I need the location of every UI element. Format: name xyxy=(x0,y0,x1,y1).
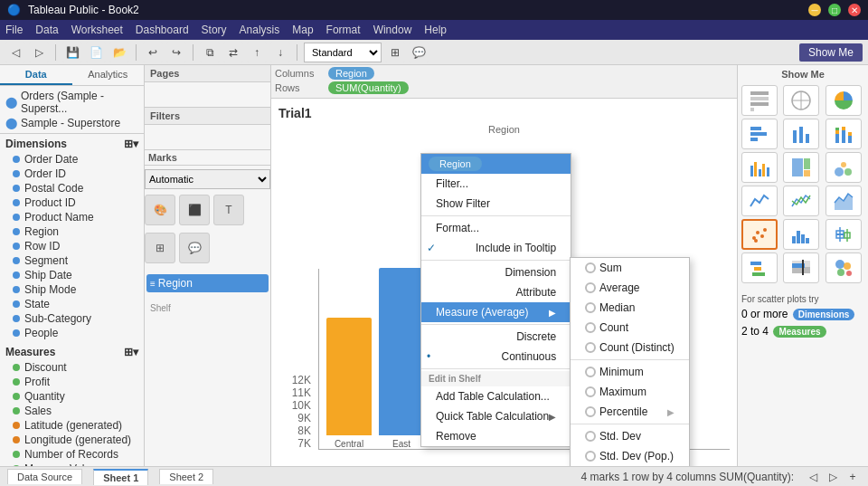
cm-format[interactable]: Format... xyxy=(421,218,571,238)
sm-treemap[interactable] xyxy=(783,152,819,183)
sm-line[interactable] xyxy=(741,186,778,216)
sm-circle-views[interactable] xyxy=(826,152,862,183)
sm-hbar[interactable] xyxy=(741,119,778,149)
measure-values[interactable]: Measure Values xyxy=(0,462,144,466)
measures-expand[interactable]: ⊞▾ xyxy=(124,346,138,358)
cm-include-tooltip[interactable]: ✓ Include in Tooltip xyxy=(421,238,571,258)
prev-page-btn[interactable]: ◁ xyxy=(805,469,821,485)
dimensions-expand[interactable]: ⊞▾ xyxy=(124,138,138,150)
dimension-state[interactable]: State xyxy=(0,297,144,311)
sm-histogram[interactable] xyxy=(783,219,819,250)
add-sheet-btn[interactable]: + xyxy=(844,469,861,485)
sheet1-tab[interactable]: Sheet 1 xyxy=(93,469,148,485)
sm-stacked-bar[interactable] xyxy=(826,119,862,149)
menu-worksheet[interactable]: Worksheet xyxy=(71,24,123,36)
sm-side-by-side[interactable] xyxy=(741,152,778,183)
cm-continuous[interactable]: • Continuous xyxy=(421,347,571,367)
datasource-tab[interactable]: Data Source xyxy=(7,469,82,484)
dimension-postal-code[interactable]: Postal Code xyxy=(0,181,144,195)
dimension-people[interactable]: People xyxy=(0,326,144,340)
sm-area[interactable] xyxy=(826,186,862,216)
sm-count-distinct[interactable]: Count (Distinct) xyxy=(571,338,689,357)
marks-tooltip-btn[interactable]: 💬 xyxy=(179,233,210,263)
sm-percentile[interactable]: Percentile ▶ xyxy=(571,402,689,422)
sm-gantt[interactable] xyxy=(741,253,778,283)
sm-average[interactable]: Average xyxy=(571,278,689,298)
undo-button[interactable]: ↩ xyxy=(143,43,163,62)
bar-central-rect[interactable] xyxy=(326,318,372,435)
sort-desc-button[interactable]: ↓ xyxy=(270,43,290,62)
marks-region-field[interactable]: ≡ Region xyxy=(146,274,269,292)
measure-profit[interactable]: Profit xyxy=(0,375,144,389)
maximize-button[interactable]: □ xyxy=(828,4,841,16)
redo-button[interactable]: ↪ xyxy=(166,43,186,62)
cm-discrete[interactable]: Discrete xyxy=(421,327,571,347)
measure-lon[interactable]: Longitude (generated) xyxy=(0,433,144,447)
cm-add-table-calc[interactable]: Add Table Calculation... xyxy=(421,386,571,406)
measure-lat[interactable]: Latitude (generated) xyxy=(0,418,144,433)
tab-data[interactable]: Data xyxy=(0,65,72,85)
cm-attribute[interactable]: Attribute xyxy=(421,282,571,302)
open-button[interactable]: 📂 xyxy=(109,43,129,62)
sm-median[interactable]: Median xyxy=(571,298,689,318)
menu-story[interactable]: Story xyxy=(202,24,227,36)
source-superstore[interactable]: ⬤ Sample - Superstore xyxy=(5,117,138,129)
dimension-row-id[interactable]: Row ID xyxy=(0,239,144,253)
marks-type-select[interactable]: Automatic Bar Line Area Circle Shape Tex… xyxy=(145,169,270,189)
menu-dashboard[interactable]: Dashboard xyxy=(136,24,189,36)
sm-scatter[interactable] xyxy=(741,219,778,250)
dimension-ship-mode[interactable]: Ship Mode xyxy=(0,282,144,297)
menu-data[interactable]: Data xyxy=(35,24,58,36)
dimension-product-id[interactable]: Product ID xyxy=(0,195,144,210)
tab-analytics[interactable]: Analytics xyxy=(72,65,145,85)
duplicate-button[interactable]: ⧉ xyxy=(200,43,220,62)
marks-color-btn[interactable]: 🎨 xyxy=(145,195,175,225)
sm-dual-line[interactable] xyxy=(783,186,819,216)
sm-maps[interactable] xyxy=(783,85,819,116)
bar-east-rect[interactable] xyxy=(379,268,424,435)
menu-map[interactable]: Map xyxy=(292,24,313,36)
menu-help[interactable]: Help xyxy=(424,24,447,36)
sm-sum[interactable]: Sum xyxy=(571,258,689,278)
show-me-button[interactable]: Show Me xyxy=(799,43,863,62)
viz-size-select[interactable]: Standard Fit Width Fit Height Entire Vie… xyxy=(304,43,382,62)
sm-stddev[interactable]: Std. Dev xyxy=(571,426,689,446)
dimension-product-name[interactable]: Product Name xyxy=(0,210,144,224)
tooltip-button[interactable]: 💬 xyxy=(409,43,429,62)
back-button[interactable]: ◁ xyxy=(5,43,25,62)
menu-analysis[interactable]: Analysis xyxy=(240,24,280,36)
measure-records[interactable]: Number of Records xyxy=(0,447,144,462)
cm-dimension[interactable]: Dimension xyxy=(421,262,571,282)
marks-label-btn[interactable]: T xyxy=(213,195,244,225)
marks-detail-btn[interactable]: ⊞ xyxy=(145,233,175,263)
sm-pie[interactable] xyxy=(826,85,862,116)
menu-window[interactable]: Window xyxy=(373,24,412,36)
measure-sales[interactable]: Sales xyxy=(0,404,144,418)
fix-axes-button[interactable]: ⊞ xyxy=(385,43,405,62)
dimension-sub-category[interactable]: Sub-Category xyxy=(0,311,144,326)
sm-stddev-pop[interactable]: Std. Dev (Pop.) xyxy=(571,446,689,466)
rows-pill[interactable]: SUM(Quantity) xyxy=(328,81,409,94)
sm-minimum[interactable]: Minimum xyxy=(571,362,689,382)
save-button[interactable]: 💾 xyxy=(62,43,82,62)
cm-filter[interactable]: Filter... xyxy=(421,174,571,194)
sheet2-tab[interactable]: Sheet 2 xyxy=(159,469,213,484)
forward-button[interactable]: ▷ xyxy=(29,43,49,62)
minimize-button[interactable]: ─ xyxy=(808,4,821,16)
next-page-btn[interactable]: ▷ xyxy=(825,469,841,485)
sm-packed-bubbles[interactable] xyxy=(826,253,862,283)
measure-discount[interactable]: Discount xyxy=(0,360,144,375)
sm-maximum[interactable]: Maximum xyxy=(571,382,689,402)
dimension-segment[interactable]: Segment xyxy=(0,253,144,268)
source-orders[interactable]: ⬤ Orders (Sample - Superst... xyxy=(5,90,138,115)
marks-size-btn[interactable]: ⬛ xyxy=(179,195,210,225)
cm-quick-table-calc[interactable]: Quick Table Calculation ▶ xyxy=(421,406,571,426)
cm-measure-avg[interactable]: Measure (Average) ▶ xyxy=(421,302,571,322)
sm-vbar[interactable] xyxy=(783,119,819,149)
sm-box-whisker[interactable] xyxy=(826,219,862,250)
new-button[interactable]: 📄 xyxy=(86,43,106,62)
cm-show-filter[interactable]: Show Filter xyxy=(421,194,571,214)
sm-text-tables[interactable] xyxy=(741,85,778,116)
sort-asc-button[interactable]: ↑ xyxy=(247,43,267,62)
columns-pill[interactable]: Region xyxy=(328,67,374,80)
